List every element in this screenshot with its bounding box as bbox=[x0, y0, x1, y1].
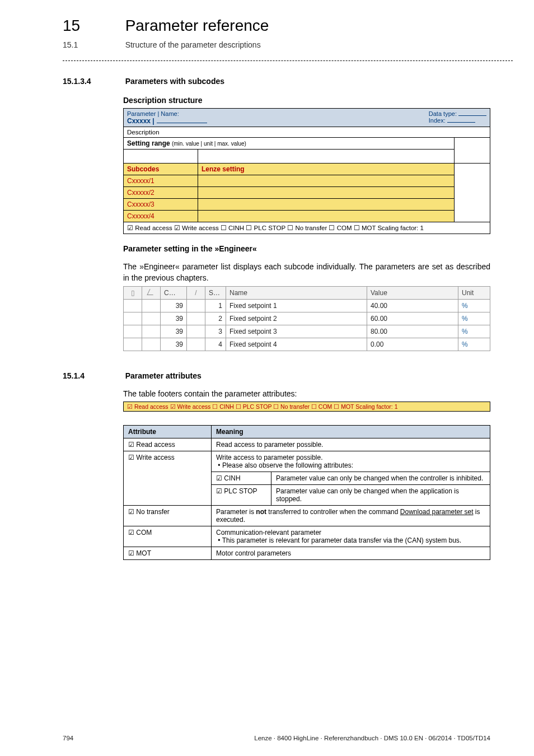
param-name-label: Parameter | Name: Cxxxxx | bbox=[127, 110, 207, 125]
table-row: ☑ Read access Read access to parameter p… bbox=[124, 438, 490, 451]
table-footer-attributes: ☑ Read access ☑ Write access ☐ CINH ☐ PL… bbox=[124, 222, 490, 234]
chapter-title: Parameter reference bbox=[125, 17, 269, 35]
subsection-title: Parameter attributes bbox=[125, 371, 202, 380]
subsection-heading: 15.1.4 Parameter attributes bbox=[63, 371, 490, 380]
col-slash-icon: / bbox=[187, 286, 205, 299]
col-attribute: Attribute bbox=[124, 425, 212, 438]
description-structure-table: Parameter | Name: Cxxxxx | Data type: In… bbox=[123, 108, 490, 234]
table-row: ☑ No transfer Parameter is not transferr… bbox=[124, 505, 490, 526]
subcode-4: Cxxxxx/4 bbox=[127, 212, 154, 220]
text-bold: not bbox=[256, 508, 266, 516]
section-heading: 15.1 Structure of the parameter descript… bbox=[63, 35, 490, 49]
subcode-2: Cxxxxx/2 bbox=[127, 189, 154, 197]
subcode-3: Cxxxxx/3 bbox=[127, 200, 154, 208]
table-row: ☑ Write access Write access to parameter… bbox=[124, 451, 490, 472]
setting-range-label: Setting range (min. value | unit | max. … bbox=[124, 138, 455, 150]
attribute-meaning-table: Attribute Meaning ☑ Read access Read acc… bbox=[123, 425, 490, 560]
lenze-setting-label: Lenze setting bbox=[202, 165, 245, 173]
col-edit-icon bbox=[142, 286, 161, 299]
table-row: 39 4 Fixed setpoint 4 0.00 % bbox=[124, 338, 490, 351]
engineer-table: ▯ C… / S… Name Value Unit 39 1 Fixed set… bbox=[123, 286, 490, 351]
subcode-1: Cxxxxx/1 bbox=[127, 177, 154, 185]
engineer-heading: Parameter setting in the »Engineer« bbox=[123, 244, 490, 253]
table-row: 39 2 Fixed setpoint 2 60.00 % bbox=[124, 312, 490, 325]
engineer-paragraph: The »Engineer« parameter list displays e… bbox=[123, 261, 490, 284]
download-parameter-set-link[interactable]: Download parameter set bbox=[400, 508, 474, 516]
chapter-number: 15 bbox=[63, 17, 123, 35]
col-expand-icon: ▯ bbox=[124, 286, 142, 299]
section-number: 15.1 bbox=[63, 40, 123, 49]
footer-text: Lenze · 8400 HighLine · Referenzhandbuch… bbox=[254, 735, 490, 741]
table-row: 39 1 Fixed setpoint 1 40.00 % bbox=[124, 299, 490, 312]
col-unit: Unit bbox=[458, 286, 490, 299]
subsection-number: 15.1.3.4 bbox=[63, 77, 123, 86]
subsection-number: 15.1.4 bbox=[63, 371, 123, 380]
col-s: S… bbox=[205, 286, 226, 299]
table-row: ☑ COM Communication-relevant parameter •… bbox=[124, 526, 490, 547]
col-meaning: Meaning bbox=[212, 425, 490, 438]
divider bbox=[63, 60, 513, 61]
com-line2: • This parameter is relevant for paramet… bbox=[218, 536, 461, 544]
subsection-title: Parameters with subcodes bbox=[125, 77, 224, 86]
data-type-label: Data type: Index: bbox=[429, 110, 486, 125]
write-access-line1: Write access to parameter possible. bbox=[216, 454, 323, 461]
text: transferred to controller when the comma… bbox=[266, 508, 400, 516]
text: Parameter is bbox=[216, 508, 256, 516]
table-row: ☑ MOT Motor control parameters bbox=[124, 547, 490, 559]
attribute-footer-bar: ☑ Read access ☑ Write access ☐ CINH ☐ PL… bbox=[123, 402, 490, 412]
page-footer: 794 Lenze · 8400 HighLine · Referenzhand… bbox=[63, 735, 490, 741]
col-c: C… bbox=[161, 286, 187, 299]
description-row: Description bbox=[124, 127, 490, 138]
col-name: Name bbox=[226, 286, 367, 299]
com-line1: Communication-relevant parameter bbox=[216, 529, 321, 536]
write-access-line2: • Please also observe the following attr… bbox=[218, 461, 353, 469]
chapter-heading: 15 Parameter reference bbox=[63, 17, 490, 35]
table-row: 39 3 Fixed setpoint 3 80.00 % bbox=[124, 325, 490, 338]
attributes-paragraph: The table footers contain the parameter … bbox=[123, 388, 490, 399]
page-number: 794 bbox=[63, 735, 73, 741]
subsection-heading: 15.1.3.4 Parameters with subcodes bbox=[63, 77, 490, 86]
section-title: Structure of the parameter descriptions bbox=[125, 40, 261, 49]
description-structure-heading: Description structure bbox=[123, 96, 490, 105]
col-value: Value bbox=[367, 286, 458, 299]
subcodes-label: Subcodes bbox=[127, 165, 159, 173]
